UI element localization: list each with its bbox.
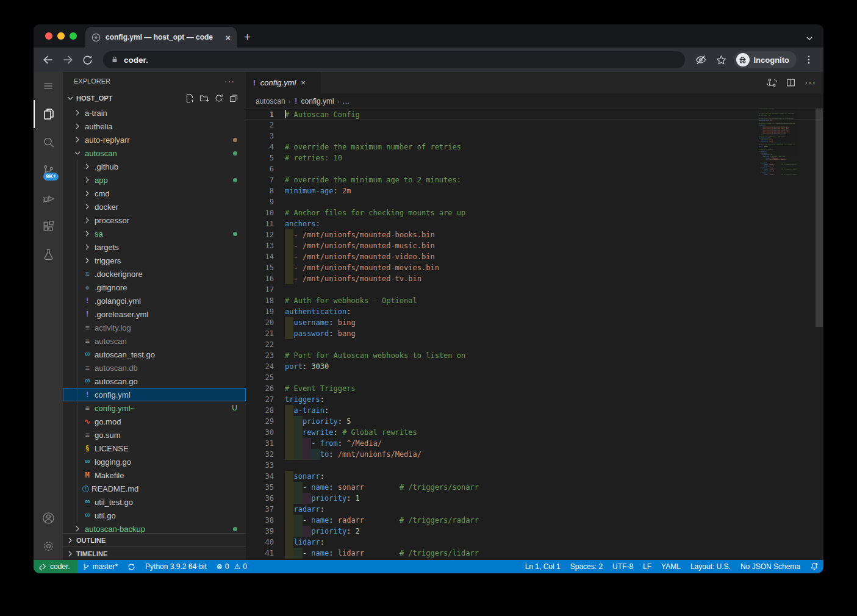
code-line[interactable]: 4# override the maximum number of retrie… bbox=[246, 141, 823, 152]
notifications-bell-icon[interactable] bbox=[805, 560, 823, 573]
tree-item[interactable]: GOautoscan.go bbox=[63, 374, 246, 388]
account-icon[interactable] bbox=[34, 504, 63, 532]
breadcrumb-folder[interactable]: autoscan bbox=[256, 97, 285, 106]
python-version-item[interactable]: Python 3.9.2 64-bit bbox=[140, 560, 212, 573]
hide-eye-icon[interactable] bbox=[692, 51, 709, 68]
editor-scrollbar[interactable] bbox=[815, 109, 823, 560]
minimap[interactable]: # Autoscan Config# override the maximum … bbox=[759, 109, 815, 560]
extensions-icon[interactable] bbox=[34, 212, 63, 240]
code-line[interactable]: 3 bbox=[246, 131, 823, 141]
breadcrumb-more[interactable]: … bbox=[342, 97, 350, 106]
code-line[interactable]: 24port: 3030 bbox=[246, 361, 823, 372]
tree-item[interactable]: app bbox=[63, 173, 246, 187]
new-folder-icon[interactable] bbox=[199, 93, 209, 103]
tree-item[interactable]: ≡autoscan.db bbox=[63, 361, 246, 374]
sync-button[interactable] bbox=[123, 560, 140, 573]
new-file-icon[interactable] bbox=[185, 93, 195, 103]
code-line[interactable]: 5# retries: 10 bbox=[246, 152, 823, 163]
breadcrumb-file[interactable]: config.yml bbox=[301, 97, 334, 106]
collapse-all-icon[interactable] bbox=[229, 93, 238, 103]
run-debug-icon[interactable] bbox=[34, 184, 63, 212]
tree-item[interactable]: processor bbox=[63, 213, 246, 227]
json-schema-item[interactable]: No JSON Schema bbox=[736, 560, 805, 573]
tree-item[interactable]: GOlogging.go bbox=[63, 455, 246, 468]
language-mode-item[interactable]: YAML bbox=[656, 560, 686, 573]
back-button[interactable] bbox=[40, 51, 57, 68]
browser-tab[interactable]: config.yml — host_opt — code × bbox=[85, 27, 237, 48]
eol-item[interactable]: LF bbox=[638, 560, 656, 573]
code-editor[interactable]: 1# Autoscan Config234# override the maxi… bbox=[246, 109, 823, 560]
editor-more-actions-icon[interactable]: ··· bbox=[805, 77, 816, 88]
explorer-icon[interactable] bbox=[34, 100, 63, 128]
code-line[interactable]: 1# Autoscan Config bbox=[246, 109, 823, 120]
code-line[interactable]: 28 a-train: bbox=[246, 405, 823, 416]
tree-item[interactable]: cmd bbox=[63, 187, 246, 200]
cursor-position-item[interactable]: Ln 1, Col 1 bbox=[520, 560, 565, 573]
code-line[interactable]: 35 - name: sonarr # /triggers/sonarr bbox=[246, 482, 823, 493]
reload-button[interactable] bbox=[79, 51, 96, 68]
code-line[interactable]: 25 bbox=[246, 372, 823, 383]
tree-item[interactable]: iREADME.md bbox=[63, 482, 246, 495]
testing-icon[interactable] bbox=[34, 240, 63, 268]
new-tab-button[interactable]: + bbox=[237, 30, 259, 48]
code-line[interactable]: 37 radarr: bbox=[246, 504, 823, 515]
code-line[interactable]: 7# override the minimum age to 2 minutes… bbox=[246, 174, 823, 185]
indentation-item[interactable]: Spaces: 2 bbox=[565, 560, 608, 573]
outline-panel-header[interactable]: OUTLINE bbox=[63, 533, 246, 546]
code-lines[interactable]: 1# Autoscan Config234# override the maxi… bbox=[246, 109, 823, 559]
code-line[interactable]: 27triggers: bbox=[246, 394, 823, 405]
code-line[interactable]: 18# Auth for webhooks - Optional bbox=[246, 295, 823, 306]
code-line[interactable]: 12 - /mnt/unionfs/mounted-books.bin bbox=[246, 229, 823, 240]
tree-item[interactable]: autoscan-backup bbox=[63, 522, 246, 533]
menu-icon[interactable] bbox=[34, 72, 63, 100]
tree-item[interactable]: GOutil.go bbox=[63, 509, 246, 522]
address-bar[interactable]: coder. bbox=[103, 51, 685, 68]
tree-item[interactable]: a-train bbox=[63, 106, 246, 120]
settings-gear-icon[interactable] bbox=[34, 532, 63, 560]
code-line[interactable]: 13 - /mnt/unionfs/mounted-music.bin bbox=[246, 240, 823, 251]
close-window-button[interactable] bbox=[45, 32, 52, 40]
url-text[interactable]: coder. bbox=[124, 56, 148, 65]
tree-item[interactable]: !.golangci.yml bbox=[63, 294, 246, 307]
tree-item[interactable]: GOutil_test.go bbox=[63, 495, 246, 509]
tree-item[interactable]: ≋.dockerignore bbox=[63, 267, 246, 281]
code-line[interactable]: 36 priority: 1 bbox=[246, 493, 823, 504]
breadcrumb[interactable]: autoscan › ! config.yml › … bbox=[246, 93, 823, 109]
code-line[interactable]: 39 priority: 2 bbox=[246, 526, 823, 537]
forward-button[interactable] bbox=[59, 51, 76, 68]
git-branch-item[interactable]: master* bbox=[77, 560, 123, 573]
tree-item[interactable]: !config.yml bbox=[63, 388, 246, 401]
tree-item[interactable]: ≡go.sum bbox=[63, 428, 246, 442]
code-line[interactable]: 9 bbox=[246, 196, 823, 207]
refresh-icon[interactable] bbox=[214, 93, 224, 103]
timeline-panel-header[interactable]: TIMELINE bbox=[63, 546, 246, 560]
tree-item[interactable]: MMakefile bbox=[63, 468, 246, 482]
code-line[interactable]: 32 to: /mnt/unionfs/Media/ bbox=[246, 449, 823, 460]
search-icon[interactable] bbox=[34, 128, 63, 156]
tree-item[interactable]: !.goreleaser.yml bbox=[63, 307, 246, 321]
window-controls[interactable] bbox=[34, 24, 85, 48]
code-line[interactable]: 40 lidarr: bbox=[246, 537, 823, 548]
code-line[interactable]: 21 password: bang bbox=[246, 328, 823, 339]
code-line[interactable]: 33 bbox=[246, 460, 823, 471]
explorer-more-icon[interactable]: ··· bbox=[224, 76, 235, 86]
tree-item[interactable]: triggers bbox=[63, 254, 246, 267]
code-line[interactable]: 6 bbox=[246, 163, 823, 174]
tree-item[interactable]: autoscan bbox=[63, 146, 246, 160]
code-line[interactable]: 38 - name: radarr # /triggers/radarr bbox=[246, 515, 823, 526]
tree-item[interactable]: ≡activity.log bbox=[63, 321, 246, 334]
code-line[interactable]: 31 - from: ^/Media/ bbox=[246, 438, 823, 449]
close-tab-icon[interactable]: × bbox=[301, 78, 306, 87]
remote-indicator[interactable]: coder. bbox=[34, 560, 77, 573]
code-line[interactable]: 22 bbox=[246, 339, 823, 350]
source-control-icon[interactable]: 9K+ bbox=[34, 156, 63, 184]
tab-close-icon[interactable]: × bbox=[225, 33, 231, 42]
scrollbar-slider[interactable] bbox=[816, 109, 823, 327]
code-line[interactable]: 10# Anchor files for checking mounts are… bbox=[246, 207, 823, 218]
code-line[interactable]: 8minimum-age: 2m bbox=[246, 185, 823, 196]
tree-item[interactable]: ≡autoscan bbox=[63, 334, 246, 348]
code-line[interactable]: 41 - name: lidarr # /triggers/lidarr bbox=[246, 548, 823, 559]
keyboard-layout-item[interactable]: Layout: U.S. bbox=[686, 560, 736, 573]
code-line[interactable]: 30 rewrite: # Global rewrites bbox=[246, 427, 823, 438]
tree-item[interactable]: docker bbox=[63, 200, 246, 213]
